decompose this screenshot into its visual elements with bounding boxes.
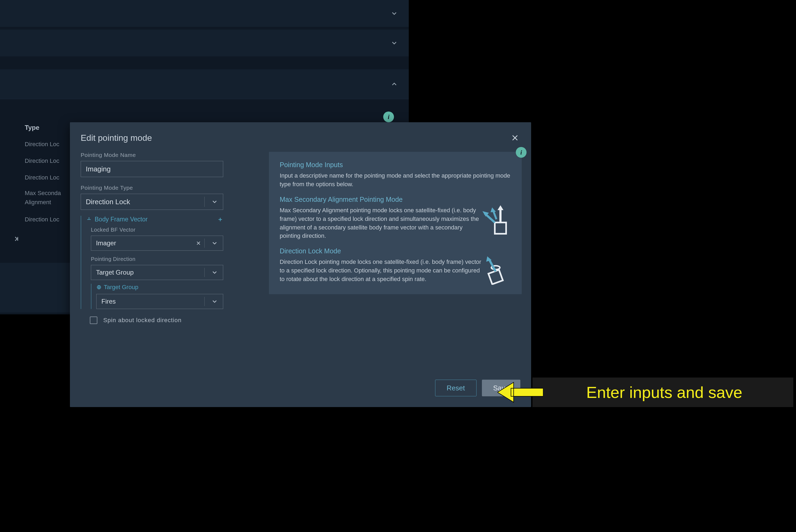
chevron-down-icon (391, 39, 398, 47)
table-row[interactable]: Alignment (25, 199, 51, 206)
arrow-left-icon (498, 380, 543, 404)
select-value: Fires (102, 298, 116, 305)
target-group-label: Target Group (104, 284, 138, 291)
chevron-down-icon (211, 269, 218, 276)
info-heading: Pointing Mode Inputs (280, 161, 511, 169)
chevron-down-icon (391, 10, 398, 17)
form-column: Pointing Mode Name Pointing Mode Type Di… (81, 152, 223, 324)
svg-marker-5 (87, 219, 88, 220)
pointing-direction-select[interactable]: Target Group (91, 265, 223, 280)
direction-lock-illustration-icon (476, 252, 511, 285)
spin-checkbox-row: Spin about locked direction (90, 317, 223, 324)
add-body-frame-vector-button[interactable] (217, 216, 223, 223)
annotation-text: Enter inputs and save (586, 383, 742, 402)
body-frame-vector-header: Body Frame Vector (86, 216, 223, 223)
svg-rect-15 (495, 223, 506, 234)
table-row[interactable]: Direction Loc (25, 174, 59, 181)
divider (0, 99, 409, 99)
info-icon[interactable]: i (383, 112, 394, 122)
close-button[interactable] (510, 133, 520, 144)
close-icon (511, 134, 519, 143)
bg-collapse-row-1[interactable] (0, 0, 409, 27)
select-value: Target Group (96, 269, 134, 276)
spin-checkbox-label: Spin about locked direction (103, 317, 182, 324)
chevron-down-icon (211, 198, 218, 205)
vector-icon (86, 216, 95, 223)
pointing-mode-name-label: Pointing Mode Name (81, 152, 223, 158)
chevron-down-icon (211, 240, 218, 247)
chevron-up-icon (391, 80, 398, 88)
svg-rect-8 (89, 219, 90, 220)
svg-marker-7 (90, 219, 91, 220)
divider (204, 197, 205, 207)
spin-checkbox[interactable] (90, 317, 97, 324)
reset-button[interactable]: Reset (435, 380, 476, 396)
body-frame-vector-label: Body Frame Vector (95, 216, 148, 223)
info-icon[interactable]: i (516, 147, 527, 158)
table-row[interactable]: Max Seconda (25, 190, 61, 197)
svg-marker-21 (490, 207, 496, 212)
chevron-down-icon (211, 298, 218, 305)
info-panel: i Pointing Mode Inputs Input a descripti… (269, 152, 522, 294)
target-group-header: Target Group (96, 284, 223, 291)
max-secondary-alignment-illustration-icon (476, 204, 511, 236)
info-paragraph: Max Secondary Alignment pointing mode lo… (280, 206, 484, 241)
pointing-direction-label: Pointing Direction (91, 256, 223, 262)
info-paragraph: Input a descriptive name for the pointin… (280, 171, 511, 189)
expand-rail-button[interactable] (0, 225, 32, 252)
bg-expanded-row[interactable] (0, 69, 409, 99)
bg-collapse-row-2[interactable] (0, 30, 409, 56)
table-row[interactable]: Direction Loc (25, 216, 59, 223)
divider (204, 268, 205, 277)
pointing-mode-type-label: Pointing Mode Type (81, 185, 223, 191)
table-row[interactable]: Direction Loc (25, 141, 59, 148)
target-group-select[interactable]: Fires (96, 294, 223, 309)
select-value: Direction Lock (86, 198, 130, 206)
clear-selection-button[interactable] (196, 240, 201, 246)
divider (204, 297, 205, 306)
select-value: Imager (96, 240, 116, 247)
info-heading: Max Secondary Alignment Pointing Mode (280, 196, 484, 203)
dialog-title: Edit pointing mode (81, 133, 520, 143)
svg-rect-26 (511, 388, 543, 396)
info-paragraph: Direction Lock pointing mode locks one s… (280, 258, 484, 283)
info-heading: Direction Lock Mode (280, 247, 484, 255)
table-row[interactable]: Direction Loc (25, 157, 59, 165)
locked-bf-vector-select[interactable]: Imager (91, 236, 223, 251)
svg-rect-6 (88, 219, 89, 220)
pointing-mode-name-input[interactable] (81, 161, 223, 177)
annotation-callout: Enter inputs and save (532, 378, 793, 407)
svg-rect-22 (488, 270, 503, 284)
table-header-type: Type (25, 124, 39, 131)
pointing-mode-type-select[interactable]: Direction Lock (81, 194, 223, 210)
divider (204, 239, 205, 248)
svg-marker-3 (89, 217, 90, 218)
svg-marker-17 (498, 205, 503, 210)
edit-pointing-mode-dialog: Edit pointing mode Pointing Mode Name Po… (70, 122, 531, 407)
locked-bf-vector-label: Locked BF Vector (91, 227, 223, 233)
